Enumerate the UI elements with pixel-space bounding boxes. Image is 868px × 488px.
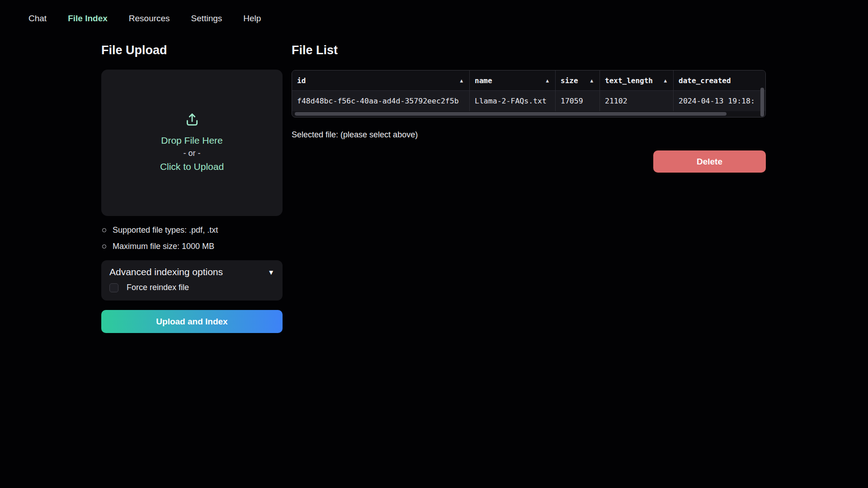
- file-upload-panel: File Upload Drop File Here - or - Click …: [101, 0, 283, 488]
- file-table-inner: id▲name▲size▲text_length▲date_created▲ f…: [292, 70, 766, 111]
- sort-asc-icon[interactable]: ▲: [664, 78, 667, 84]
- click-to-upload-link[interactable]: Click to Upload: [160, 160, 224, 174]
- cell-size[interactable]: 17059: [556, 91, 600, 111]
- chevron-down-icon: ▼: [268, 268, 274, 276]
- force-reindex-checkbox[interactable]: [109, 283, 118, 292]
- sort-asc-icon[interactable]: ▲: [546, 78, 549, 84]
- upload-note: Maximum file size: 1000 MB: [102, 242, 218, 251]
- table-body: f48d48bc-f56c-40aa-ad4d-35792eec2f5bLlam…: [292, 91, 766, 111]
- column-header-name[interactable]: name▲: [470, 70, 556, 90]
- file-list-title: File List: [292, 43, 338, 57]
- upload-note: Supported file types: .pdf, .txt: [102, 225, 218, 235]
- force-reindex-label: Force reindex file: [127, 283, 189, 292]
- upload-notes: Supported file types: .pdf, .txtMaximum …: [102, 225, 218, 258]
- sort-asc-icon[interactable]: ▲: [590, 78, 593, 84]
- column-label: date_created: [679, 76, 731, 85]
- cell-id[interactable]: f48d48bc-f56c-40aa-ad4d-35792eec2f5b: [292, 91, 470, 111]
- force-reindex-row[interactable]: Force reindex file: [109, 283, 274, 292]
- table-row[interactable]: f48d48bc-f56c-40aa-ad4d-35792eec2f5bLlam…: [292, 91, 766, 111]
- column-header-date_created[interactable]: date_created▲: [674, 70, 766, 90]
- accordion-header[interactable]: Advanced indexing options ▼: [109, 267, 274, 277]
- selected-file-status: Selected file: (please select above): [292, 130, 418, 140]
- horizontal-scrollbar[interactable]: [295, 112, 726, 116]
- file-dropzone[interactable]: Drop File Here - or - Click to Upload: [101, 70, 283, 216]
- column-label: id: [297, 76, 306, 85]
- column-label: name: [475, 76, 492, 85]
- file-upload-title: File Upload: [101, 43, 167, 57]
- delete-button[interactable]: Delete: [653, 150, 766, 173]
- cell-text_length[interactable]: 21102: [600, 91, 674, 111]
- drop-file-here-label: Drop File Here: [161, 134, 223, 147]
- column-header-id[interactable]: id▲: [292, 70, 470, 90]
- upload-icon: [184, 112, 200, 127]
- file-table: id▲name▲size▲text_length▲date_created▲ f…: [292, 70, 766, 117]
- advanced-options-accordion: Advanced indexing options ▼ Force reinde…: [101, 260, 283, 300]
- cell-name[interactable]: Llama-2-FAQs.txt: [470, 91, 556, 111]
- table-header-row: id▲name▲size▲text_length▲date_created▲: [292, 70, 766, 91]
- sort-asc-icon[interactable]: ▲: [460, 78, 463, 84]
- column-header-size[interactable]: size▲: [556, 70, 600, 90]
- column-label: text_length: [605, 76, 653, 85]
- column-label: size: [561, 76, 578, 85]
- column-header-text_length[interactable]: text_length▲: [600, 70, 674, 90]
- cell-date_created[interactable]: 2024-04-13 19:18:: [674, 91, 766, 111]
- tab-chat[interactable]: Chat: [28, 12, 47, 25]
- file-list-panel: File List id▲name▲size▲text_length▲date_…: [292, 0, 766, 488]
- upload-and-index-button[interactable]: Upload and Index: [101, 310, 283, 333]
- accordion-title: Advanced indexing options: [109, 267, 223, 277]
- vertical-scrollbar[interactable]: [760, 88, 764, 117]
- or-label: - or -: [184, 147, 201, 160]
